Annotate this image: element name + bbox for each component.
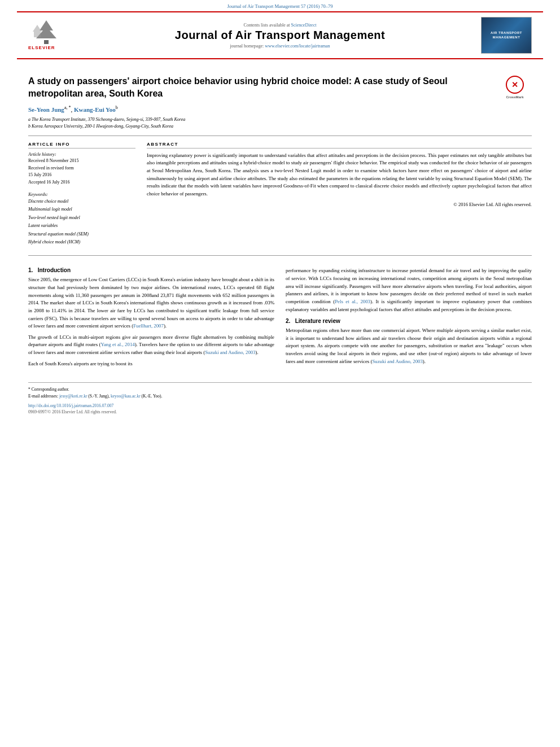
keyword1: Discrete choice model [28, 198, 135, 206]
ref-pels[interactable]: Pels et al., 2003 [335, 299, 370, 304]
received-revised-label: Received in revised form [28, 165, 135, 172]
info-abstract-section: ARTICLE INFO Article history: Received 8… [28, 142, 532, 247]
keyword5: Structural equation model (SEM) [28, 230, 135, 238]
svg-marker-3 [33, 25, 42, 32]
main-content-area: A study on passengers' airport choice be… [0, 59, 560, 426]
section1-title: 1. Introduction [28, 267, 274, 273]
authors-line: Se-Yeon Junga, *, Kwang-Eui Yoob [28, 105, 532, 113]
svg-rect-0 [44, 40, 49, 44]
revised-date: 15 July 2016 [28, 172, 135, 179]
journal-cover-thumb: AIR TRANSPORT MANAGEMENT [481, 17, 532, 54]
history-label: Article history: [28, 152, 135, 157]
section1-para2: The growth of LCCs in multi-airport regi… [28, 334, 274, 357]
crossmark-badge[interactable]: ✕ CrossMark [498, 75, 532, 101]
journal-title-center: Contents lists available at ScienceDirec… [85, 23, 475, 49]
email2-link[interactable]: keyoo@kau.ac.kr [111, 394, 141, 399]
section1-para1: Since 2005, the emergence of Low Cost Ca… [28, 276, 274, 330]
keyword2: Multinomial logit model [28, 206, 135, 213]
affiliation-a: a The Korea Transport Institute, 370 Sic… [28, 116, 532, 123]
journal-thumbnail-area: AIR TRANSPORT MANAGEMENT [475, 17, 532, 54]
section1-para3: Each of South Korea's airports are tryin… [28, 360, 274, 368]
elsevier-tree-icon [28, 20, 65, 44]
abstract-column: ABSTRACT Improving explanatory power is … [147, 142, 532, 247]
keyword6: Hybrid choice model (HCM) [28, 238, 135, 246]
section2-para1: Metropolitan regions often have more tha… [286, 327, 532, 365]
abstract-text: Improving explanatory power is significa… [147, 152, 532, 198]
body-divider [28, 255, 532, 256]
article-title: A study on passengers' airport choice be… [28, 75, 532, 99]
journal-header: ELSEVIER Contents lists available at Sci… [17, 11, 543, 59]
section2-label: Literature review [295, 318, 340, 324]
issn-copyright: 0969-6997/© 2016 Elsevier Ltd. All right… [28, 409, 532, 414]
journal-reference-top: Journal of Air Transport Management 57 (… [0, 0, 560, 11]
received-date: Received 8 November 2015 [28, 158, 135, 165]
sciencedirect-link[interactable]: ScienceDirect [291, 23, 317, 28]
affiliations: a The Korea Transport Institute, 370 Sic… [28, 116, 532, 130]
ref-fuellhart[interactable]: Fuellhart, 2007 [133, 323, 164, 329]
svg-rect-2 [34, 32, 41, 37]
section2-num: 2. [286, 318, 290, 324]
elsevier-brand-text: ELSEVIER [28, 45, 55, 50]
corresponding-author-note: * Corresponding author. [28, 386, 532, 392]
crossmark-label: CrossMark [506, 95, 523, 99]
accepted-date: Accepted 16 July 2016 [28, 179, 135, 186]
ref-suzuki2[interactable]: Suzuki and Audino, 2003 [372, 359, 422, 364]
author1-sup: a, * [64, 105, 71, 110]
doi-link[interactable]: http://dx.doi.org/10.1016/j.jairtraman.2… [28, 403, 113, 408]
author1-name: Se-Yeon Jung [28, 106, 64, 113]
abstract-heading: ABSTRACT [147, 142, 532, 148]
footer-section: * Corresponding author. E-mail addresses… [28, 382, 532, 414]
body-section: 1. Introduction Since 2005, the emergenc… [28, 267, 532, 371]
journal-homepage: journal homepage: www.elsevier.com/locat… [85, 43, 475, 49]
elsevier-logo-area: ELSEVIER [28, 20, 85, 50]
journal-homepage-link[interactable]: www.elsevier.com/locate/jairtraman [265, 43, 330, 49]
section1-num: 1. [28, 267, 33, 273]
email-addresses: E-mail addresses: jessy@koti.re.kr (S.-Y… [28, 393, 532, 399]
body-col-left: 1. Introduction Since 2005, the emergenc… [28, 267, 274, 371]
article-info-column: ARTICLE INFO Article history: Received 8… [28, 142, 135, 247]
section1-right-para1: performance by expanding existing infras… [286, 267, 532, 313]
keywords-list: Discrete choice model Multinomial logit … [28, 198, 135, 246]
crossmark-icon: ✕ [511, 80, 518, 90]
ref-suzuki1[interactable]: Suzuki and Audino, 2003 [205, 350, 255, 355]
section1-label: Introduction [38, 267, 71, 273]
crossmark-circle: ✕ [506, 76, 524, 94]
body-col-right: performance by expanding existing infras… [286, 267, 532, 371]
keyword4: Latent variables [28, 222, 135, 230]
abstract-copyright: © 2016 Elsevier Ltd. All rights reserved… [147, 202, 532, 207]
author2-sup: b [116, 105, 118, 110]
keywords-label: Keywords: [28, 192, 135, 197]
journal-title-text: Journal of Air Transport Management [85, 29, 475, 42]
article-info-heading: ARTICLE INFO [28, 142, 135, 148]
section2-title: 2. Literature review [286, 318, 532, 324]
keyword3: Two-level nested logit model [28, 214, 135, 222]
email1-link[interactable]: jessy@koti.re.kr [59, 394, 87, 399]
ref-yang[interactable]: Yang et al., 2014 [100, 342, 134, 347]
sciencedirect-header: Contents lists available at ScienceDirec… [85, 23, 475, 28]
header-divider [28, 136, 532, 136]
author2-name: Kwang-Eui Yoo [74, 106, 116, 113]
affiliation-b: b Korea Aerospace University, 200-1 Hwaj… [28, 123, 532, 130]
